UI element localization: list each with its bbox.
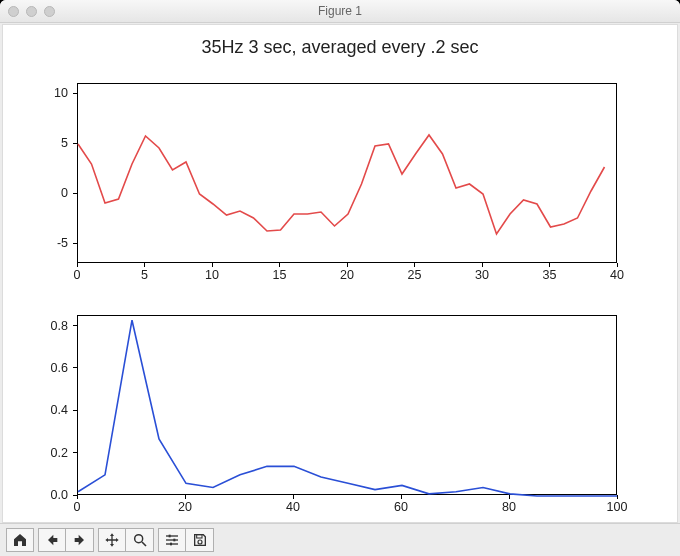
xtick-label: 60 <box>394 500 408 514</box>
tick-mark <box>77 263 78 267</box>
home-icon <box>12 532 28 548</box>
tick-mark <box>347 263 348 267</box>
tick-mark <box>73 410 77 411</box>
tick-mark <box>73 193 77 194</box>
xtick-label: 25 <box>408 268 422 282</box>
xtick-label: 10 <box>205 268 219 282</box>
xtick-label: 35 <box>543 268 557 282</box>
ytick-label: 0.4 <box>28 403 68 417</box>
tick-mark <box>293 495 294 499</box>
tick-mark <box>401 495 402 499</box>
arrow-right-icon <box>72 532 88 548</box>
arrow-left-icon <box>44 532 60 548</box>
tick-mark <box>73 93 77 94</box>
svg-rect-3 <box>169 535 171 538</box>
magnifier-icon <box>132 532 148 548</box>
save-button[interactable] <box>186 528 214 552</box>
tick-mark <box>617 263 618 267</box>
svg-rect-8 <box>196 535 201 538</box>
figure-title: 35Hz 3 sec, averaged every .2 sec <box>3 37 677 58</box>
line-plot-top <box>78 84 616 262</box>
svg-line-1 <box>142 542 146 546</box>
tick-mark <box>185 495 186 499</box>
tick-mark <box>73 367 77 368</box>
xtick-label: 20 <box>340 268 354 282</box>
move-icon <box>104 532 120 548</box>
window-title: Figure 1 <box>0 4 680 18</box>
xtick-label: 5 <box>141 268 148 282</box>
subplots-button[interactable] <box>158 528 186 552</box>
figure-canvas: 35Hz 3 sec, averaged every .2 sec 051015… <box>2 24 678 523</box>
svg-point-0 <box>134 535 142 543</box>
tick-mark <box>73 495 77 496</box>
line-plot-bottom <box>78 316 616 494</box>
axes-bottom <box>77 315 617 495</box>
tick-mark <box>144 263 145 267</box>
tick-mark <box>279 263 280 267</box>
tick-mark <box>509 495 510 499</box>
xtick-label: 0 <box>74 268 81 282</box>
ytick-label: 0.6 <box>28 361 68 375</box>
xtick-label: 100 <box>607 500 628 514</box>
tick-mark <box>414 263 415 267</box>
xtick-label: 40 <box>286 500 300 514</box>
svg-rect-5 <box>173 539 175 542</box>
axes-top <box>77 83 617 263</box>
sliders-icon <box>164 532 180 548</box>
ytick-label: 10 <box>28 86 68 100</box>
zoom-button[interactable] <box>126 528 154 552</box>
xtick-label: 30 <box>475 268 489 282</box>
tick-mark <box>73 325 77 326</box>
floppy-icon <box>192 532 208 548</box>
pan-button[interactable] <box>98 528 126 552</box>
tick-mark <box>212 263 213 267</box>
tick-mark <box>73 243 77 244</box>
ytick-label: 0.2 <box>28 446 68 460</box>
back-button[interactable] <box>38 528 66 552</box>
xtick-label: 20 <box>178 500 192 514</box>
xtick-label: 15 <box>273 268 287 282</box>
svg-rect-7 <box>170 543 172 546</box>
matplotlib-toolbar <box>0 523 680 556</box>
tick-mark <box>73 143 77 144</box>
ytick-label: -5 <box>28 236 68 250</box>
home-button[interactable] <box>6 528 34 552</box>
tick-mark <box>482 263 483 267</box>
ytick-label: 0 <box>28 186 68 200</box>
window-titlebar: Figure 1 <box>0 0 680 23</box>
svg-point-9 <box>198 540 202 544</box>
ytick-label: 0.8 <box>28 319 68 333</box>
xtick-label: 40 <box>610 268 624 282</box>
tick-mark <box>77 495 78 499</box>
ytick-label: 5 <box>28 136 68 150</box>
xtick-label: 0 <box>74 500 81 514</box>
tick-mark <box>73 452 77 453</box>
xtick-label: 80 <box>502 500 516 514</box>
tick-mark <box>549 263 550 267</box>
figure-window: Figure 1 35Hz 3 sec, averaged every .2 s… <box>0 0 680 556</box>
forward-button[interactable] <box>66 528 94 552</box>
ytick-label: 0.0 <box>28 488 68 502</box>
tick-mark <box>617 495 618 499</box>
